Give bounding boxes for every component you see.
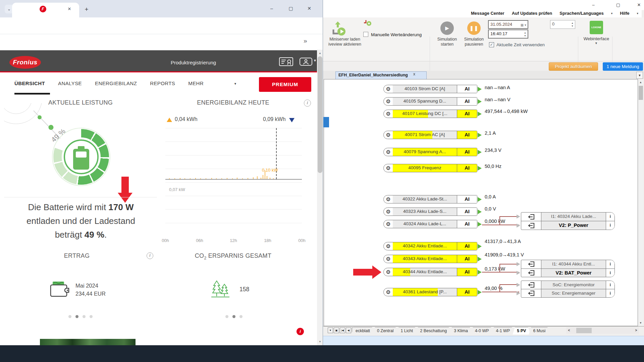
sheet-tab-5-pv[interactable]: 5 PV (513, 327, 530, 335)
canvas-scrollbar-thumb[interactable] (639, 86, 643, 100)
bookmarks-overflow-icon[interactable]: » (304, 37, 307, 45)
ai-block-40342[interactable]: ⚙40342 Akku Entlade...AI (383, 242, 477, 250)
ai-output-connector[interactable] (478, 112, 482, 116)
sheet-tab-4-0-wp[interactable]: 4-0 WP (471, 327, 493, 335)
ai-block-40105[interactable]: ⚙40105 Spannung D...AI (383, 97, 477, 106)
sheet-tab-2-beschattung[interactable]: 2 Beschattung (416, 327, 451, 335)
sheet-nav-btn-3[interactable]: ◀ (346, 327, 351, 333)
nav-item-analyse[interactable]: ANALYSE (58, 80, 82, 86)
browser-scrollbar-thumb[interactable] (318, 56, 322, 173)
ai-output-connector[interactable] (478, 133, 482, 137)
sheet-tab-6-musi[interactable]: 6 Musi (529, 327, 550, 335)
menu-message-center[interactable]: Message Center (471, 10, 504, 17)
io-info-icon[interactable]: i (606, 281, 614, 289)
gear-icon[interactable]: ⚙ (384, 288, 393, 296)
io-info-icon[interactable]: i (606, 221, 614, 230)
current-time-checkbox[interactable]: ✓ (489, 42, 494, 47)
ai-block-40107[interactable]: ⚙40107 Leistung DC [...AI (383, 110, 477, 118)
canvas-scroll-up-icon[interactable]: ▲ (638, 80, 643, 85)
sheet-scroll-left-icon[interactable]: < (566, 327, 572, 334)
io-block-1[interactable]: I1: 40344 Akku Entl...iV2: BAT_Poweri (521, 260, 615, 277)
simulation-start-icon[interactable]: ▶ (440, 21, 454, 35)
simulation-pause-icon[interactable]: ❚❚ (467, 21, 481, 35)
gear-icon[interactable]: ⚙ (384, 242, 393, 250)
ai-output-connector[interactable] (478, 270, 482, 275)
ai-output-connector[interactable] (478, 87, 482, 92)
dot-right-1[interactable] (232, 315, 235, 318)
dot-left-0[interactable] (68, 315, 71, 318)
gear-icon[interactable]: ⚙ (384, 268, 393, 276)
gear-icon[interactable]: ⚙ (384, 220, 393, 228)
sheet-nav-btn-1[interactable]: ▣ (334, 327, 339, 333)
simulation-time-field[interactable]: 16:40:17 ▲▼ (488, 29, 528, 39)
nav-item-energiebilanz[interactable]: ENERGIEBILANZ (95, 80, 137, 86)
ai-block-40344[interactable]: ⚙40344 Akku Entlade...AI (383, 268, 477, 276)
menu-hilfe[interactable]: Hilfe (620, 10, 629, 17)
nav-item-reports[interactable]: REPORTS (150, 80, 175, 86)
io-block-0[interactable]: I1: 40324 Akku Lade...iV2: P_Poweri (521, 212, 615, 230)
new-message-button[interactable]: 1 neue Meldung (603, 62, 643, 71)
ai-block-40079[interactable]: ⚙40079 Spannung A...AI (383, 148, 477, 156)
sheet-tab-4-1-wp[interactable]: 4-1 WP (492, 327, 515, 335)
ai-block-40361[interactable]: ⚙40361 Ladestand [P...AI (383, 288, 477, 296)
nav-item-übersicht[interactable]: ÜBERSICHT (14, 80, 45, 86)
ai-block-40323[interactable]: ⚙40323 Akku Lade-S...AI (383, 207, 477, 216)
io-info-icon[interactable]: i (606, 289, 614, 297)
loxone-minimize-button[interactable]: – (588, 1, 599, 9)
loxone-close-button[interactable]: ✕ (633, 1, 644, 9)
time-spinner[interactable]: ▲▼ (524, 31, 526, 37)
ai-block-40071[interactable]: ⚙40071 Strom AC [A]AI (383, 131, 477, 139)
scroll-down-icon[interactable]: ▼ (317, 339, 323, 345)
menu-auf-updates-pr-fen[interactable]: Auf Updates prüfen (512, 10, 552, 17)
canvas-scroll-down-icon[interactable]: ▼ (638, 320, 643, 326)
sheet-tab-1-licht[interactable]: 1 Licht (396, 327, 417, 335)
registration-icon[interactable] (279, 57, 293, 66)
tab-close-icon[interactable]: ✕ (66, 6, 72, 12)
dot-left-3[interactable] (90, 315, 93, 318)
gear-icon[interactable]: ⚙ (384, 131, 393, 139)
gear-icon[interactable]: ⚙ (384, 255, 393, 263)
dot-right-2[interactable] (239, 315, 243, 318)
io-info-icon[interactable]: i (606, 213, 614, 221)
info-icon[interactable]: i (304, 100, 311, 107)
sheet-tab-0-zentral[interactable]: 0 Zentral (373, 327, 398, 335)
io-info-icon[interactable]: i (606, 260, 614, 268)
webinterface-caret-icon[interactable]: ▼ (595, 42, 598, 45)
ai-output-connector[interactable] (478, 257, 482, 261)
ai-output-connector[interactable] (478, 150, 482, 155)
io-block-2[interactable]: SoC: EnergiemonitoriSoc: Energiemanageri (521, 281, 615, 298)
sheet-hscrollbar-thumb[interactable] (576, 328, 592, 333)
product-registration-link[interactable]: Produktregistrierung (171, 60, 216, 65)
ai-output-connector[interactable] (478, 99, 482, 104)
ai-output-connector[interactable] (478, 197, 482, 202)
webinterface-label[interactable]: Webinterface (580, 36, 613, 41)
account-icon[interactable] (300, 58, 312, 66)
doc-tab-close-icon[interactable]: x (413, 72, 415, 76)
canvas-scrollbar[interactable] (638, 79, 643, 326)
gear-icon[interactable]: ⚙ (384, 110, 393, 118)
browser-minimize-button[interactable]: – (267, 4, 277, 13)
sheet-tab-eckblatt[interactable]: eckblatt (351, 327, 374, 335)
sheet-tab-3-klima[interactable]: 3 Klima (449, 327, 472, 335)
ai-block-40324[interactable]: ⚙40324 Akku Lade-L...AI (383, 220, 477, 228)
browser-close-button[interactable]: ✕ (304, 4, 314, 13)
simulation-date-field[interactable]: 31.05.2024 ▦ ▾ (488, 20, 528, 29)
loxone-maximize-button[interactable]: ▢ (612, 1, 624, 9)
spinner-arrows[interactable]: ▲▼ (571, 21, 574, 27)
fronius-logo[interactable]: Fronius (9, 56, 41, 69)
ai-output-connector[interactable] (478, 222, 482, 227)
sheet-scroll-right-icon[interactable]: > (633, 327, 639, 334)
gear-icon[interactable]: ⚙ (384, 195, 393, 203)
new-tab-button[interactable]: + (83, 5, 91, 13)
nav-item-mehr[interactable]: MEHR (188, 80, 204, 86)
premium-button[interactable]: PREMIUM (259, 77, 311, 92)
sheet-nav-btn-2[interactable]: |◀ (340, 327, 345, 333)
gear-icon[interactable]: ⚙ (384, 164, 393, 172)
sheet-nav-btn-0[interactable]: ▼ (328, 327, 333, 333)
notification-info-badge[interactable]: i (297, 328, 304, 335)
dot-left-2[interactable] (83, 315, 86, 318)
current-time-label[interactable]: Aktuelle Zeit verwenden (496, 42, 545, 47)
ai-output-connector[interactable] (478, 166, 482, 171)
ribbon-spinner-field[interactable]: 0 ▲▼ (550, 20, 575, 29)
manual-value-checkbox[interactable] (363, 32, 368, 37)
